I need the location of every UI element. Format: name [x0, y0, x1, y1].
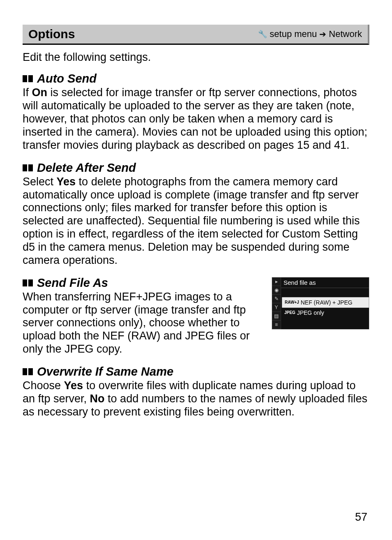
retouch-icon: ▤	[272, 312, 281, 321]
section-bullet-icon	[23, 368, 33, 375]
option-nef-raw-jpeg: RAW+J NEF (RAW) + JPEG	[282, 297, 369, 308]
wrench-icon: Y	[272, 303, 281, 312]
intro-text: Edit the following settings.	[23, 51, 369, 64]
section-title-delete-after-send: Delete After Send	[23, 161, 369, 175]
arrow-right-icon: ➔	[319, 29, 326, 39]
overwrite-body: Choose Yes to overwrite files with dupli…	[23, 379, 369, 419]
option-jpeg-only: JPEG JPEG only	[282, 308, 369, 318]
mymenu-icon: ≡	[272, 321, 281, 329]
breadcrumb-setup: setup menu	[270, 29, 317, 39]
send-file-as-screenshot: ▸ ◉ ✎ Y ▤ ≡ Send file as RAW+J NEF (RAW)…	[272, 277, 369, 330]
delete-after-send-body: Select Yes to delete photographs from th…	[23, 175, 369, 267]
screenshot-title: Send file as	[272, 277, 369, 288]
section-title-overwrite: Overwrite If Same Name	[23, 365, 369, 378]
header-bar: Options 🔧 setup menu ➔ Network	[23, 25, 369, 45]
section-title-auto-send: Auto Send	[23, 72, 369, 85]
auto-send-body: If On is selected for image transfer or …	[23, 86, 369, 152]
section-bullet-icon	[23, 75, 33, 82]
pencil-icon: ✎	[272, 295, 281, 303]
camera-icon: ◉	[272, 286, 281, 295]
section-title-send-file-as: Send File As	[23, 276, 266, 290]
setup-wrench-icon: 🔧	[258, 30, 267, 39]
screenshot-sidebar: ▸ ◉ ✎ Y ▤ ≡	[272, 277, 281, 329]
page-number: 57	[355, 511, 367, 524]
header-title: Options	[28, 27, 75, 41]
playback-icon: ▸	[272, 277, 281, 286]
section-bullet-icon	[23, 279, 33, 286]
breadcrumb: 🔧 setup menu ➔ Network	[258, 29, 362, 39]
breadcrumb-network: Network	[329, 29, 362, 39]
send-file-as-body: When transferring NEF+JPEG images to a c…	[23, 291, 266, 356]
section-bullet-icon	[23, 164, 33, 171]
